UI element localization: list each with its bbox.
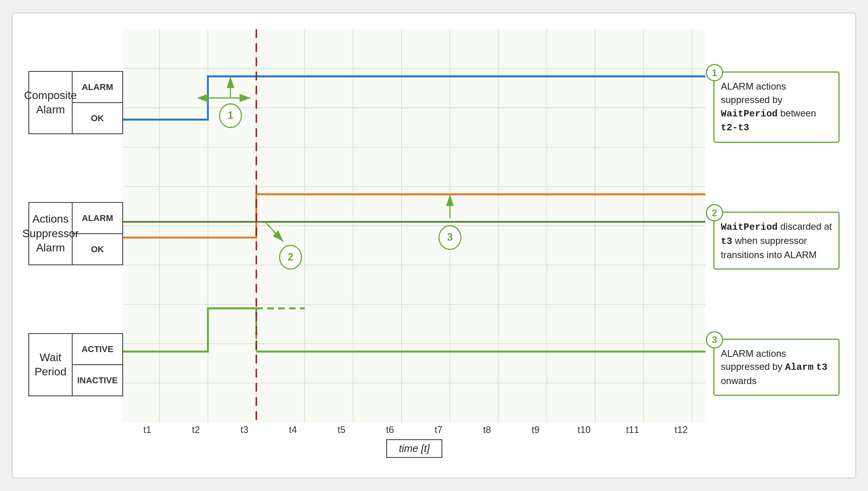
annotation-1-number: 1	[706, 64, 723, 81]
annotation-2-number: 2	[706, 204, 723, 221]
suppressor-alarm-title: Actions Suppressor Alarm	[29, 203, 73, 264]
time-labels: t1 t2 t3 t4 t5 t6 t7 t8 t9 t10 t11 t12	[123, 424, 705, 435]
annotation-3-number: 3	[706, 331, 723, 349]
time-axis: t1 t2 t3 t4 t5 t6 t7 t8 t9 t10 t11 t12 t…	[123, 424, 705, 458]
annotation-3-box: 3 ALARM actions suppressed by Alarm t3 o…	[713, 339, 840, 396]
annotation1-number: 1	[228, 109, 233, 121]
annotation-1-box: 1 ALARM actions suppressed by WaitPeriod…	[713, 71, 840, 142]
time-t2: t2	[172, 424, 220, 435]
time-t3: t3	[220, 424, 269, 435]
chart-area: 1 2 3 t1 t2 t3 t4 t5 t6 t7 t8	[123, 29, 705, 462]
composite-alarm-states: ALARM OK	[73, 72, 122, 133]
wait-period-title: Wait Period	[29, 334, 73, 395]
chart-svg: 1 2 3	[123, 29, 705, 422]
wait-period-state-inactive: INACTIVE	[73, 365, 122, 395]
wait-period-label: Wait Period ACTIVE INACTIVE	[28, 333, 123, 396]
left-labels: Composite Alarm ALARM OK Actions Suppres…	[28, 29, 123, 462]
suppressor-alarm-states: ALARM OK	[73, 203, 122, 264]
time-t6: t6	[366, 424, 414, 435]
wait-period-state-active: ACTIVE	[73, 334, 122, 365]
time-t12: t12	[657, 424, 705, 435]
suppressor-alarm-state-ok: OK	[73, 234, 122, 264]
diagram-container: Composite Alarm ALARM OK Actions Suppres…	[12, 13, 856, 478]
time-t9: t9	[511, 424, 560, 435]
time-axis-label: time [t]	[386, 439, 442, 458]
composite-alarm-label: Composite Alarm ALARM OK	[28, 71, 123, 134]
suppressor-alarm-label: Actions Suppressor Alarm ALARM OK	[28, 202, 123, 265]
composite-alarm-title: Composite Alarm	[29, 72, 73, 133]
wait-period-states: ACTIVE INACTIVE	[73, 334, 122, 395]
annotation2-number: 2	[288, 251, 293, 263]
time-t7: t7	[414, 424, 463, 435]
time-t5: t5	[317, 424, 366, 435]
annotations-panel: 1 ALARM actions suppressed by WaitPeriod…	[705, 29, 840, 462]
time-t8: t8	[463, 424, 511, 435]
suppressor-alarm-state-alarm: ALARM	[73, 203, 122, 234]
time-t11: t11	[608, 424, 657, 435]
time-t4: t4	[269, 424, 317, 435]
time-t1: t1	[123, 424, 172, 435]
annotation3-number: 3	[447, 231, 453, 243]
composite-alarm-state-alarm: ALARM	[73, 72, 122, 103]
time-t10: t10	[560, 424, 608, 435]
composite-alarm-state-ok: OK	[73, 103, 122, 133]
annotation-2-box: 2 WaitPeriod discarded at t3 when suppre…	[713, 212, 840, 270]
